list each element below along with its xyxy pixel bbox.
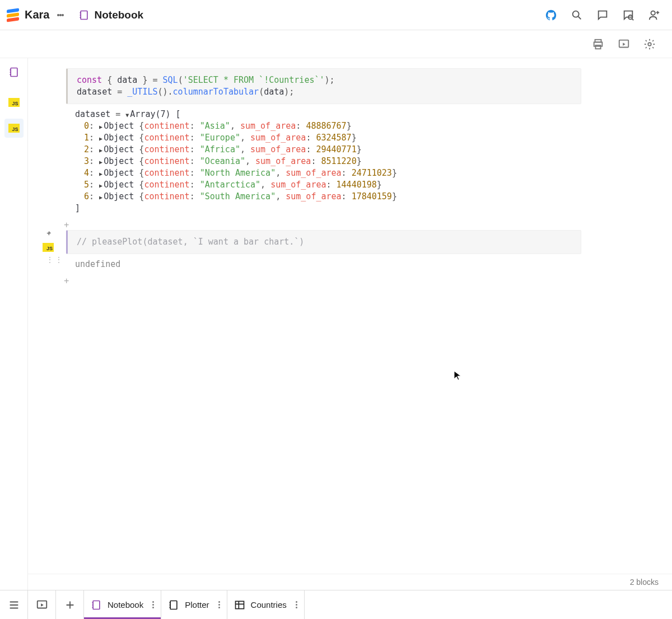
svg-point-3 <box>651 11 655 15</box>
tab-menu-button[interactable] <box>152 601 154 608</box>
tab-menu-button[interactable] <box>218 601 220 608</box>
insert-cell-after-0[interactable]: + <box>66 222 581 230</box>
svg-rect-11 <box>93 601 100 609</box>
status-bar: 2 blocks <box>28 574 672 590</box>
caret-right-icon[interactable]: ▶ <box>99 171 102 177</box>
search-icon[interactable] <box>570 8 584 22</box>
caret-right-icon[interactable]: ▶ <box>99 194 102 200</box>
blocks-count: 2 blocks <box>630 578 659 587</box>
caret-down-icon[interactable]: ▼ <box>125 112 129 118</box>
output-array-row[interactable]: 3: ▶Object {continent: "Oceania", sum_of… <box>75 156 572 167</box>
gutter-cell-0[interactable]: JS <box>4 93 24 112</box>
code-editor-1[interactable]: // pleasePlot(dataset, `I want a bar cha… <box>66 230 581 254</box>
tab-menu-button[interactable] <box>296 601 297 608</box>
tab-notebook[interactable]: Notebook <box>84 590 161 619</box>
add-tab-button[interactable] <box>56 590 84 619</box>
svg-point-8 <box>648 43 651 46</box>
output-array-row[interactable]: 1: ▶Object {continent: "Europe", sum_of_… <box>75 132 572 144</box>
brand-menu-button[interactable] <box>53 7 68 23</box>
notebook-icon <box>91 599 102 611</box>
svg-rect-13 <box>235 601 244 608</box>
gutter-cell-1[interactable]: JS <box>4 119 24 138</box>
page-title: Notebook <box>94 9 143 21</box>
tab-label: Notebook <box>108 600 143 609</box>
gear-icon[interactable] <box>643 37 656 51</box>
cell-output-0[interactable]: dataset = ▼Array(7) [ 0: ▶Object {contin… <box>66 104 581 222</box>
output-array-row[interactable]: 0: ▶Object {continent: "Asia", sum_of_ar… <box>75 120 572 132</box>
cell-lang-badge: JS <box>43 243 54 252</box>
chat-search-icon[interactable] <box>622 8 635 22</box>
code-editor-0[interactable]: const { data } = SQL('SELECT * FROM `!Co… <box>66 68 581 104</box>
run-panel-icon[interactable] <box>28 590 56 619</box>
svg-rect-9 <box>11 68 17 77</box>
subheader-bar <box>0 30 672 58</box>
caret-right-icon[interactable]: ▶ <box>99 135 102 142</box>
caret-right-icon[interactable]: ▶ <box>99 182 102 189</box>
cell-gutter: JS JS <box>0 58 28 590</box>
svg-rect-0 <box>81 11 88 19</box>
user-add-icon[interactable] <box>647 8 661 22</box>
app-logo[interactable] <box>7 9 19 21</box>
header-bar: Kara Notebook <box>0 0 672 30</box>
caret-right-icon[interactable]: ▶ <box>99 124 102 130</box>
print-icon[interactable] <box>591 37 605 51</box>
notebook-icon <box>78 10 90 21</box>
bottom-tabs: NotebookPlotterCountries <box>0 590 672 619</box>
output-array-row[interactable]: 6: ▶Object {continent: "South America", … <box>75 191 572 203</box>
gutter-notebook-icon[interactable] <box>6 64 22 81</box>
output-array-row[interactable]: 5: ▶Object {continent: "Antarctica", sum… <box>75 179 572 191</box>
tab-plotter[interactable]: Plotter <box>161 590 227 619</box>
caret-right-icon[interactable]: ▶ <box>99 159 102 165</box>
svg-rect-12 <box>170 601 177 609</box>
insert-cell-after-1[interactable]: + <box>66 278 581 286</box>
code-cell-0[interactable]: const { data } = SQL('SELECT * FROM `!Co… <box>66 68 581 222</box>
caret-right-icon[interactable]: ▶ <box>99 147 102 153</box>
mouse-cursor-icon <box>454 371 461 381</box>
code-cell-1[interactable]: JS // pleasePlot(dataset, `I want a bar … <box>66 230 581 278</box>
tab-label: Countries <box>251 600 287 609</box>
table-icon <box>234 599 245 611</box>
brand-label[interactable]: Kara <box>25 8 49 21</box>
pin-icon[interactable] <box>44 230 52 240</box>
notebook-canvas[interactable]: const { data } = SQL('SELECT * FROM `!Co… <box>28 58 672 574</box>
chat-icon[interactable] <box>596 8 609 22</box>
tab-label: Plotter <box>185 600 209 609</box>
cell-output-1: ⋮⋮ undefined <box>66 254 581 278</box>
present-icon[interactable] <box>617 37 631 51</box>
notebook-icon <box>168 599 179 611</box>
drag-handle-icon[interactable]: ⋮⋮ <box>46 257 64 262</box>
github-icon[interactable] <box>544 8 558 22</box>
outline-icon[interactable] <box>0 590 28 619</box>
output-array-row[interactable]: 4: ▶Object {continent: "North America", … <box>75 167 572 179</box>
svg-point-1 <box>573 11 579 17</box>
output-array-row[interactable]: 2: ▶Object {continent: "Africa", sum_of_… <box>75 144 572 156</box>
tab-countries[interactable]: Countries <box>227 590 305 619</box>
